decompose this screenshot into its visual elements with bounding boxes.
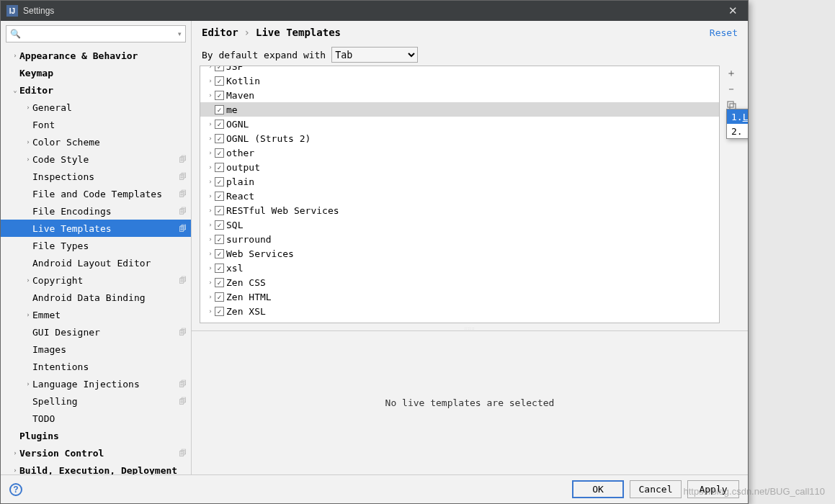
expander-icon[interactable]: ›	[206, 235, 215, 243]
checkbox[interactable]: ✓	[215, 163, 224, 172]
nav-item[interactable]: ›General	[1, 99, 191, 116]
template-row[interactable]: ✓me	[200, 102, 719, 117]
nav-item[interactable]: ›Build, Execution, Deployment	[1, 462, 191, 474]
nav-item[interactable]: Keymap	[1, 64, 191, 81]
nav-item[interactable]: ›Language Injections🗐	[1, 375, 191, 392]
template-row[interactable]: ›✓Kotlin	[200, 73, 719, 88]
chevron-down-icon[interactable]: ▾	[178, 30, 182, 37]
template-row[interactable]: ›✓plain	[200, 174, 719, 189]
search-box[interactable]: 🔍 ▾	[6, 25, 186, 42]
nav-item[interactable]: ›Emmet	[1, 306, 191, 323]
add-button[interactable]: ＋	[723, 66, 740, 81]
checkbox[interactable]: ✓	[215, 66, 224, 71]
expander-icon[interactable]: ›	[206, 293, 215, 300]
expander-icon[interactable]: ›	[206, 207, 215, 214]
checkbox[interactable]: ✓	[215, 148, 224, 158]
template-row[interactable]: ›✓OGNL	[200, 117, 719, 131]
nav-item[interactable]: Plugins	[1, 427, 191, 444]
nav-item[interactable]: ⌄Editor	[1, 81, 191, 99]
nav-item[interactable]: Android Data Binding	[1, 289, 191, 306]
nav-item[interactable]: ›Code Style🗐	[1, 150, 191, 168]
nav-item[interactable]: Live Templates🗐	[1, 220, 191, 237]
template-row[interactable]: ›✓React	[200, 189, 719, 203]
expander-icon[interactable]: ›	[24, 311, 32, 318]
expander-icon[interactable]: ›	[206, 135, 215, 142]
nav-item[interactable]: Font	[1, 116, 191, 133]
checkbox[interactable]: ✓	[215, 91, 224, 100]
nav-item[interactable]: File Types	[1, 237, 191, 254]
nav-item[interactable]: ›Copyright🗐	[1, 271, 191, 289]
checkbox[interactable]: ✓	[215, 249, 224, 258]
remove-button[interactable]: －	[723, 81, 740, 97]
nav-item[interactable]: Inspections🗐	[1, 168, 191, 185]
expander-icon[interactable]: ›	[11, 52, 19, 59]
template-row[interactable]: ›✓other	[200, 145, 719, 160]
expander-icon[interactable]: ›	[24, 104, 32, 111]
nav-item[interactable]: Images	[1, 341, 191, 358]
template-row[interactable]: ›✓SQL	[200, 217, 719, 232]
expander-icon[interactable]: ›	[206, 307, 215, 315]
expander-icon[interactable]: ›	[24, 276, 32, 284]
nav-item[interactable]: Intentions	[1, 358, 191, 375]
expander-icon[interactable]: ›	[206, 91, 215, 99]
checkbox[interactable]: ✓	[215, 177, 224, 186]
expander-icon[interactable]: ›	[206, 77, 215, 84]
checkbox[interactable]: ✓	[215, 307, 224, 316]
checkbox[interactable]: ✓	[215, 220, 224, 230]
checkbox[interactable]: ✓	[215, 206, 224, 215]
expander-icon[interactable]: ⌄	[11, 86, 19, 94]
checkbox[interactable]: ✓	[215, 192, 224, 201]
checkbox[interactable]: ✓	[215, 278, 224, 287]
expander-icon[interactable]: ›	[24, 380, 32, 387]
template-row[interactable]: ›✓Maven	[200, 88, 719, 102]
expander-icon[interactable]: ›	[24, 156, 32, 163]
apply-button[interactable]: Apply	[687, 480, 739, 498]
ok-button[interactable]: OK	[572, 480, 624, 498]
expander-icon[interactable]: ›	[11, 467, 19, 474]
nav-item[interactable]: ›Version Control🗐	[1, 444, 191, 462]
checkbox[interactable]: ✓	[215, 235, 224, 244]
nav-tree[interactable]: ›Appearance & BehaviorKeymap⌄Editor›Gene…	[1, 47, 191, 474]
checkbox[interactable]: ✓	[215, 134, 224, 143]
template-row[interactable]: ›✓Zen HTML	[200, 289, 719, 304]
expander-icon[interactable]: ›	[206, 192, 215, 199]
nav-item[interactable]: ›Color Scheme	[1, 133, 191, 150]
expander-icon[interactable]: ›	[206, 66, 215, 70]
checkbox[interactable]: ✓	[215, 76, 224, 86]
nav-item[interactable]: File Encodings🗐	[1, 202, 191, 220]
reset-link[interactable]: Reset	[710, 27, 738, 38]
checkbox[interactable]: ✓	[215, 120, 224, 129]
expander-icon[interactable]: ›	[206, 279, 215, 286]
template-row[interactable]: ›✓Zen CSS	[200, 275, 719, 289]
template-row[interactable]: ›✓RESTful Web Services	[200, 203, 719, 217]
template-row[interactable]: ›✓Web Services	[200, 246, 719, 261]
template-row[interactable]: ›✓Zen XSL	[200, 304, 719, 318]
close-icon[interactable]: ✕	[724, 3, 742, 19]
expander-icon[interactable]: ›	[206, 178, 215, 185]
nav-item[interactable]: TODO	[1, 410, 191, 427]
help-button[interactable]: ?	[9, 483, 22, 496]
nav-item[interactable]: File and Code Templates🗐	[1, 185, 191, 202]
nav-item[interactable]: GUI Designer🗐	[1, 323, 191, 341]
checkbox[interactable]: ✓	[215, 292, 224, 302]
template-row[interactable]: ›✓JSP	[200, 66, 719, 73]
nav-item[interactable]: Spelling🗐	[1, 392, 191, 410]
expander-icon[interactable]: ›	[206, 221, 215, 228]
expand-select[interactable]: Tab	[331, 47, 418, 63]
expander-icon[interactable]: ›	[11, 449, 19, 456]
nav-item[interactable]: ›Appearance & Behavior	[1, 47, 191, 64]
template-row[interactable]: ›✓xsl	[200, 261, 719, 275]
search-input[interactable]	[24, 29, 178, 39]
nav-item[interactable]: Android Layout Editor	[1, 254, 191, 271]
template-tree[interactable]: ›✓JSP›✓Kotlin›✓Maven✓me›✓OGNL›✓OGNL (Str…	[200, 66, 720, 323]
popup-item[interactable]: 2. Template Group...	[727, 124, 748, 138]
template-row[interactable]: ›✓output	[200, 160, 719, 174]
expander-icon[interactable]: ›	[24, 138, 32, 145]
template-row[interactable]: ›✓surround	[200, 232, 719, 246]
expander-icon[interactable]: ›	[206, 120, 215, 127]
expander-icon[interactable]: ›	[206, 163, 215, 171]
popup-item[interactable]: 1. Live Template	[727, 109, 748, 124]
checkbox[interactable]: ✓	[215, 105, 224, 114]
expander-icon[interactable]: ›	[206, 149, 215, 156]
expander-icon[interactable]: ›	[206, 250, 215, 257]
